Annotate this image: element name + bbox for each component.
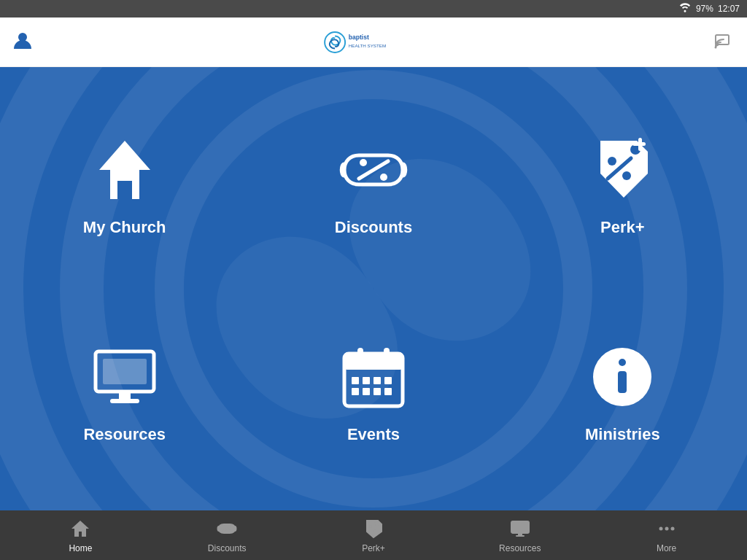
svg-rect-49 bbox=[516, 535, 525, 537]
main-content: My Church Discounts bbox=[0, 67, 747, 510]
svg-point-51 bbox=[665, 527, 668, 531]
app-logo: baptist HEALTH SYSTEM bbox=[34, 26, 713, 58]
discounts-cell[interactable]: Discounts bbox=[249, 82, 498, 289]
events-label: Events bbox=[347, 425, 400, 444]
svg-rect-34 bbox=[374, 388, 381, 395]
svg-rect-27 bbox=[384, 348, 390, 359]
ministries-cell[interactable]: Ministries bbox=[498, 289, 747, 496]
my-church-cell[interactable]: My Church bbox=[0, 82, 249, 289]
svg-point-12 bbox=[380, 174, 387, 181]
svg-text:baptist: baptist bbox=[349, 34, 369, 41]
svg-rect-33 bbox=[363, 388, 370, 395]
more-nav-label: More bbox=[657, 543, 676, 553]
svg-rect-29 bbox=[363, 377, 370, 384]
svg-point-43 bbox=[375, 522, 379, 526]
svg-rect-21 bbox=[103, 359, 147, 384]
discount-nav-icon bbox=[215, 517, 239, 540]
battery-level: 97% bbox=[696, 4, 713, 14]
status-bar: 97% 12:07 bbox=[0, 0, 747, 18]
top-header: baptist HEALTH SYSTEM bbox=[0, 18, 747, 67]
icon-grid: My Church Discounts bbox=[0, 67, 747, 510]
svg-point-45 bbox=[374, 529, 376, 532]
nav-more[interactable]: More bbox=[593, 517, 740, 553]
discounts-nav-label: Discounts bbox=[208, 543, 247, 553]
resources-cell[interactable]: Resources bbox=[0, 289, 249, 496]
resources-label: Resources bbox=[83, 425, 166, 444]
svg-rect-32 bbox=[352, 388, 359, 395]
svg-point-40 bbox=[223, 526, 225, 528]
svg-rect-26 bbox=[357, 348, 363, 359]
svg-rect-19 bbox=[632, 142, 646, 146]
user-icon[interactable] bbox=[12, 30, 34, 55]
my-church-label: My Church bbox=[83, 218, 166, 237]
svg-point-50 bbox=[659, 527, 662, 531]
nav-discounts[interactable]: Discounts bbox=[154, 517, 301, 553]
perk-plus-label: Perk+ bbox=[600, 218, 645, 237]
svg-point-15 bbox=[608, 157, 616, 166]
home-nav-icon bbox=[69, 517, 92, 540]
perk-plus-cell[interactable]: Perk+ bbox=[498, 82, 747, 289]
perkplus-nav-label: Perk+ bbox=[362, 543, 385, 553]
svg-rect-47 bbox=[511, 521, 529, 533]
svg-point-44 bbox=[369, 525, 372, 528]
nav-perkplus[interactable]: Perk+ bbox=[301, 517, 447, 553]
perkplus-nav-icon bbox=[362, 517, 385, 540]
svg-rect-31 bbox=[384, 377, 392, 384]
svg-rect-30 bbox=[374, 377, 381, 384]
home-nav-label: Home bbox=[69, 543, 92, 553]
cast-icon[interactable] bbox=[713, 30, 735, 55]
svg-point-16 bbox=[622, 171, 631, 180]
discounts-label: Discounts bbox=[335, 218, 412, 237]
svg-point-41 bbox=[229, 530, 231, 532]
svg-marker-39 bbox=[71, 521, 89, 537]
nav-home[interactable]: Home bbox=[7, 517, 154, 553]
svg-rect-28 bbox=[352, 377, 359, 384]
svg-text:HEALTH SYSTEM: HEALTH SYSTEM bbox=[349, 43, 386, 48]
more-nav-icon bbox=[655, 517, 678, 540]
ministries-label: Ministries bbox=[585, 425, 660, 444]
clock: 12:07 bbox=[718, 4, 740, 14]
svg-point-52 bbox=[670, 527, 674, 531]
svg-rect-23 bbox=[110, 399, 139, 403]
resources-nav-label: Resources bbox=[499, 543, 541, 553]
events-cell[interactable]: Events bbox=[249, 289, 498, 496]
bottom-nav: Home Discounts Perk+ bbox=[0, 510, 747, 560]
svg-point-1 bbox=[325, 32, 345, 52]
svg-rect-38 bbox=[618, 371, 627, 393]
svg-point-5 bbox=[715, 46, 717, 48]
nav-resources[interactable]: Resources bbox=[446, 517, 593, 553]
svg-rect-10 bbox=[117, 181, 132, 199]
svg-rect-35 bbox=[384, 388, 392, 395]
svg-point-37 bbox=[619, 359, 626, 366]
resources-nav-icon bbox=[508, 517, 532, 540]
svg-point-11 bbox=[360, 159, 367, 166]
svg-rect-25 bbox=[344, 354, 403, 370]
wifi-icon bbox=[678, 2, 692, 15]
